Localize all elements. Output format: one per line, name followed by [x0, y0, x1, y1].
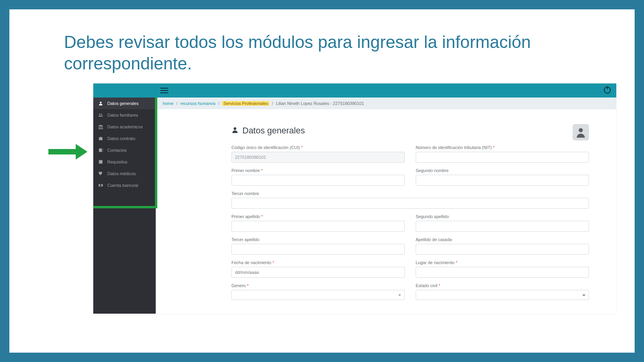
bank-icon — [98, 124, 103, 129]
content-area: Datos generales Código único de identifi… — [156, 109, 616, 304]
sidebar-item-label: Requisitos — [107, 160, 127, 164]
address-icon — [98, 148, 103, 153]
user-icon — [231, 126, 238, 136]
breadcrumb-current: Lilian Nineth Lopez Rosales - 2275180390… — [276, 101, 364, 106]
check-icon — [98, 160, 103, 164]
cui-input[interactable] — [231, 152, 405, 163]
breadcrumb-servicios[interactable]: Servicios Profesionales — [222, 101, 269, 106]
app-window: Menu principal Datos generales Datos fam… — [93, 83, 616, 314]
sidebar-item-cuenta-banrural[interactable]: Cuenta banrural — [93, 179, 156, 191]
sidebar-item-requisitos[interactable]: Requisitos — [93, 156, 156, 168]
avatar-placeholder[interactable] — [573, 124, 589, 140]
genero-select[interactable] — [231, 290, 405, 300]
breadcrumb: home / recursos humanos / Servicios Prof… — [156, 98, 616, 109]
sidebar-item-label: Datos contrato — [107, 136, 135, 141]
power-icon[interactable] — [604, 87, 611, 94]
topbar — [93, 83, 616, 98]
user-icon — [98, 101, 103, 106]
tercer-nombre-input[interactable] — [231, 198, 589, 209]
estado-civil-label: Estado civil — [416, 283, 589, 288]
sidebar-item-datos-academicos[interactable]: Datos academicos — [93, 121, 156, 133]
sidebar: Menu principal Datos generales Datos fam… — [93, 83, 156, 314]
segundo-apellido-label: Segundo apellido — [416, 214, 589, 219]
segundo-apellido-input[interactable] — [416, 221, 589, 232]
primer-nombre-input[interactable] — [231, 175, 405, 186]
cui-label: Código único de identificación (CUI) — [231, 145, 405, 150]
breadcrumb-rrhh[interactable]: recursos humanos — [180, 101, 216, 106]
page-headline: Debes revisar todos los módulos para ing… — [64, 31, 600, 74]
primer-apellido-input[interactable] — [231, 221, 405, 232]
tercer-apellido-label: Tercer apellido — [231, 237, 405, 242]
sidebar-item-label: Datos generales — [107, 101, 139, 106]
primer-apellido-label: Primer apellido — [231, 214, 405, 219]
estado-civil-select[interactable] — [416, 290, 589, 300]
heart-icon — [98, 171, 103, 176]
money-icon — [98, 183, 103, 188]
segundo-nombre-label: Segundo nombre — [416, 168, 589, 173]
sidebar-item-datos-familiares[interactable]: Datos familiares — [93, 109, 156, 121]
breadcrumb-home[interactable]: home — [163, 101, 174, 106]
tercer-apellido-input[interactable] — [231, 244, 405, 255]
sidebar-item-datos-contrato[interactable]: Datos contrato — [93, 133, 156, 144]
sidebar-item-label: Datos familiares — [107, 113, 138, 117]
apellido-casada-input[interactable] — [416, 244, 589, 255]
sidebar-item-label: Datos academicos — [107, 124, 143, 129]
sidebar-item-contactos[interactable]: Contactos — [93, 144, 156, 156]
section-title: Datos generales — [231, 126, 589, 136]
users-icon — [98, 113, 103, 117]
sidebar-item-label: Contactos — [107, 148, 127, 153]
fecha-nac-label: Fecha de nacimiento — [231, 260, 405, 265]
sidebar-item-label: Datos médicos — [107, 171, 136, 176]
primer-nombre-label: Primer nombre — [231, 168, 405, 173]
lugar-nac-input[interactable] — [416, 267, 589, 278]
lugar-nac-label: Lugar de nacimiento — [416, 260, 589, 265]
briefcase-icon — [98, 136, 103, 141]
breadcrumb-sep: / — [176, 101, 178, 106]
segundo-nombre-input[interactable] — [416, 175, 589, 186]
form-card: Datos generales Código único de identifi… — [222, 117, 598, 304]
nit-input[interactable] — [416, 152, 589, 163]
tercer-nombre-label: Tercer nombre — [231, 191, 589, 196]
nit-label: Número de identificación tributaria (NIT… — [416, 145, 589, 150]
fecha-nac-input[interactable] — [231, 267, 405, 278]
sidebar-item-datos-generales[interactable]: Datos generales — [93, 98, 156, 109]
genero-label: Genero — [231, 283, 405, 288]
breadcrumb-sep: / — [272, 101, 273, 106]
section-title-text: Datos generales — [242, 126, 305, 136]
sidebar-item-label: Cuenta banrural — [107, 183, 138, 188]
breadcrumb-sep: / — [218, 101, 219, 106]
menu-toggle-icon[interactable] — [160, 87, 168, 94]
apellido-casada-label: Apellido de casada — [416, 237, 589, 242]
sidebar-item-datos-medicos[interactable]: Datos médicos — [93, 168, 156, 179]
pointer-arrow — [48, 144, 87, 160]
